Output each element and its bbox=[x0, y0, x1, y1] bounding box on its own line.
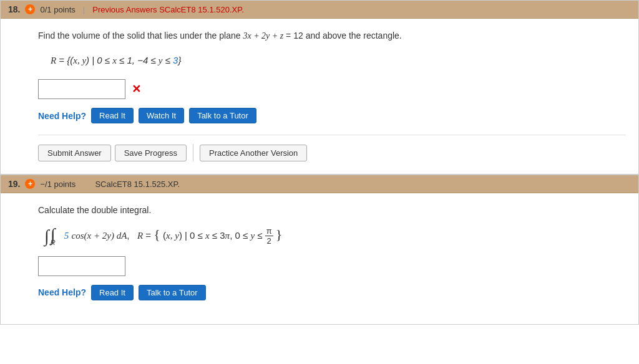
q18-input-row: ✕ bbox=[38, 79, 626, 99]
q18-separator: | bbox=[83, 5, 85, 14]
q18-answer-input[interactable] bbox=[38, 79, 125, 99]
integral-sign-1: ∫ bbox=[44, 228, 49, 245]
question-19: 19. + −/1 points SCalcET8 15.1.525.XP. C… bbox=[0, 175, 639, 325]
q18-formula: R = {(x, y) | 0 ≤ x ≤ 1, −4 ≤ y ≤ 3} bbox=[51, 52, 626, 69]
plus-icon-18: + bbox=[25, 4, 35, 14]
q19-points: −/1 points bbox=[40, 180, 76, 189]
q18-need-help-label: Need Help? bbox=[38, 111, 86, 121]
q18-action-row: Submit Answer Save Progress Practice Ano… bbox=[38, 135, 626, 161]
q18-read-it-button[interactable]: Read It bbox=[91, 108, 134, 123]
q19-number: 19. bbox=[8, 179, 20, 189]
q19-integrand: 5 cos(x + 2y) dA, R = { (x, y) | 0 ≤ x ≤… bbox=[62, 226, 283, 246]
q19-answer-input[interactable] bbox=[38, 256, 125, 276]
q18-number: 18. bbox=[8, 4, 20, 14]
q19-body: Calculate the double integral. ∫ ∫ R 5 c… bbox=[1, 193, 638, 324]
q18-talk-tutor-button[interactable]: Talk to a Tutor bbox=[189, 108, 256, 123]
q19-problem-text: Calculate the double integral. bbox=[38, 203, 626, 217]
q18-practice-button[interactable]: Practice Another Version bbox=[200, 145, 307, 161]
q18-save-button[interactable]: Save Progress bbox=[115, 145, 187, 161]
q19-input-row bbox=[38, 256, 626, 276]
q18-watch-it-button[interactable]: Watch It bbox=[139, 108, 184, 123]
q18-x-mark: ✕ bbox=[132, 82, 141, 96]
q18-header: 18. + 0/1 points | Previous Answers SCal… bbox=[1, 1, 638, 19]
q18-body: Find the volume of the solid that lies u… bbox=[1, 19, 638, 174]
q19-course-ref: SCalcET8 15.1.525.XP. bbox=[95, 180, 180, 189]
q18-action-separator bbox=[193, 144, 193, 161]
q18-points: 0/1 points bbox=[40, 5, 75, 14]
q19-header: 19. + −/1 points SCalcET8 15.1.525.XP. bbox=[1, 175, 638, 193]
q18-prev-answers: Previous Answers SCalcET8 15.1.520.XP. bbox=[92, 5, 244, 14]
integral-subscript: R bbox=[51, 239, 56, 246]
q18-submit-button[interactable]: Submit Answer bbox=[38, 145, 111, 161]
question-18: 18. + 0/1 points | Previous Answers SCal… bbox=[0, 0, 639, 175]
q19-need-help-row: Need Help? Read It Talk to a Tutor bbox=[38, 285, 626, 300]
q18-problem-text: Find the volume of the solid that lies u… bbox=[38, 29, 626, 43]
q19-read-it-button[interactable]: Read It bbox=[91, 285, 134, 300]
plus-icon-19: + bbox=[25, 179, 35, 189]
q19-need-help-label: Need Help? bbox=[38, 287, 86, 297]
q18-need-help-row: Need Help? Read It Watch It Talk to a Tu… bbox=[38, 108, 626, 123]
q19-talk-tutor-button[interactable]: Talk to a Tutor bbox=[139, 285, 206, 300]
q19-integral-row: ∫ ∫ R 5 cos(x + 2y) dA, R = { (x, y) | 0… bbox=[44, 226, 626, 246]
